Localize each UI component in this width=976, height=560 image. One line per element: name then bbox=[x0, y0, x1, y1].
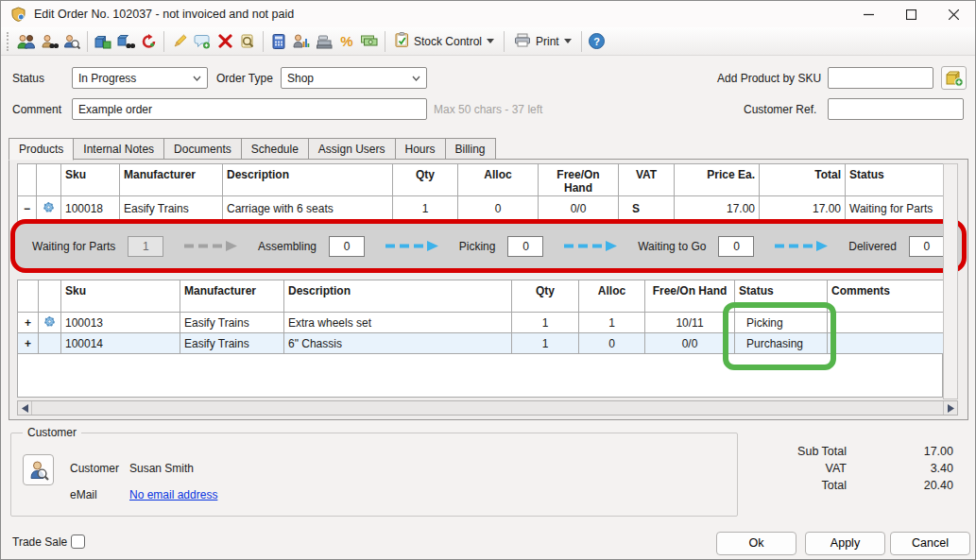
table-row[interactable]: + 100014 Easify Trains 6" Chassis 1 0 0/… bbox=[18, 333, 944, 354]
stage-count-input[interactable]: 0 bbox=[507, 236, 543, 257]
print-button[interactable]: Print bbox=[508, 30, 577, 53]
toolbar: % Stock Control Print ? bbox=[1, 27, 975, 56]
products-icon[interactable] bbox=[92, 30, 114, 53]
cell-description[interactable]: 6" Chassis bbox=[284, 333, 512, 354]
cell-qty[interactable]: 1 bbox=[512, 333, 579, 354]
cell-qty[interactable]: 1 bbox=[393, 195, 458, 221]
total-label: Total bbox=[738, 479, 847, 492]
cell-total[interactable]: 17.00 bbox=[760, 195, 846, 221]
add-comment-icon[interactable] bbox=[191, 30, 214, 53]
scroll-left-icon[interactable] bbox=[18, 401, 32, 415]
customer-group-label: Customer bbox=[23, 426, 81, 439]
find-product-icon[interactable] bbox=[114, 30, 137, 53]
customers-icon[interactable] bbox=[15, 30, 38, 53]
vat-value: 3.40 bbox=[847, 462, 953, 475]
cell-comments[interactable] bbox=[828, 313, 944, 333]
customer-search-icon[interactable] bbox=[60, 30, 83, 53]
tab-documents[interactable]: Documents bbox=[163, 138, 242, 160]
cell-qty[interactable]: 1 bbox=[512, 313, 579, 333]
discount-icon[interactable]: % bbox=[335, 30, 358, 53]
minimize-button[interactable] bbox=[848, 1, 890, 27]
email-label: eMail bbox=[70, 488, 97, 501]
cell-sku[interactable]: 100018 bbox=[61, 195, 120, 221]
workflow-stage: Picking 0 bbox=[459, 236, 544, 257]
gear-icon[interactable] bbox=[39, 313, 61, 333]
maximize-button[interactable] bbox=[890, 1, 933, 27]
horizontal-scrollbar[interactable] bbox=[17, 400, 958, 416]
workflow-stage: Waiting to Go 0 bbox=[638, 236, 754, 257]
till-icon[interactable] bbox=[313, 30, 335, 53]
expand-toggle[interactable]: + bbox=[18, 313, 39, 333]
stage-count-input[interactable]: 0 bbox=[909, 236, 945, 257]
col-description: Description bbox=[284, 280, 512, 313]
money-icon[interactable] bbox=[358, 30, 381, 53]
cell-alloc[interactable]: 1 bbox=[579, 313, 645, 333]
stage-count-input[interactable]: 0 bbox=[718, 236, 754, 257]
workflow-arrow-icon bbox=[775, 241, 828, 251]
collapse-toggle[interactable]: − bbox=[18, 195, 37, 221]
scroll-right-icon[interactable] bbox=[943, 401, 957, 415]
close-button[interactable] bbox=[933, 1, 975, 27]
find-customer-icon[interactable] bbox=[38, 30, 60, 53]
order-type-select[interactable]: Shop bbox=[281, 67, 427, 89]
cell-manufacturer[interactable]: Easify Trains bbox=[120, 195, 223, 221]
cell-status[interactable]: Picking bbox=[735, 313, 828, 333]
delete-icon[interactable] bbox=[214, 30, 236, 53]
cell-alloc[interactable]: 0 bbox=[579, 333, 645, 354]
tab-hours[interactable]: Hours bbox=[395, 138, 446, 160]
stage-count-input[interactable]: 1 bbox=[128, 236, 163, 257]
stage-count-input[interactable]: 0 bbox=[329, 236, 365, 257]
tab-internal-notes[interactable]: Internal Notes bbox=[73, 138, 164, 160]
stock-control-button[interactable]: Stock Control bbox=[389, 30, 500, 53]
cell-price-ea[interactable]: 17.00 bbox=[675, 195, 760, 221]
expand-toggle[interactable]: + bbox=[18, 333, 39, 354]
refresh-icon[interactable] bbox=[137, 30, 160, 53]
customer-ref-input[interactable] bbox=[828, 98, 964, 120]
trade-sale-checkbox[interactable] bbox=[71, 535, 85, 549]
tab-strip: Products Internal Notes Documents Schedu… bbox=[9, 138, 495, 161]
cell-description[interactable]: Carriage with 6 seats bbox=[223, 195, 393, 221]
cell-free-on-hand[interactable]: 10/11 bbox=[645, 313, 735, 333]
stock-control-label: Stock Control bbox=[414, 35, 482, 48]
cell-free-on-hand[interactable]: 0/0 bbox=[539, 195, 619, 221]
cell-description[interactable]: Extra wheels set bbox=[284, 313, 512, 333]
ok-button[interactable]: Ok bbox=[716, 532, 796, 555]
tab-schedule[interactable]: Schedule bbox=[241, 138, 309, 160]
edit-icon[interactable] bbox=[168, 30, 191, 53]
customer-stats-icon[interactable] bbox=[290, 30, 313, 53]
help-icon[interactable]: ? bbox=[586, 30, 608, 53]
gear-icon[interactable] bbox=[37, 195, 61, 221]
apply-button[interactable]: Apply bbox=[805, 532, 885, 555]
cell-sku[interactable]: 100014 bbox=[61, 333, 180, 354]
toolbar-grip[interactable] bbox=[7, 32, 9, 51]
workflow-arrow-icon bbox=[385, 241, 438, 251]
cell-manufacturer[interactable]: Easify Trains bbox=[180, 313, 284, 333]
email-link[interactable]: No email address bbox=[129, 488, 217, 501]
tab-assign-users[interactable]: Assign Users bbox=[308, 138, 396, 160]
col-qty: Qty bbox=[393, 164, 458, 196]
cell-manufacturer[interactable]: Easify Trains bbox=[180, 333, 284, 354]
stage-label: Picking bbox=[459, 240, 496, 253]
comment-input[interactable] bbox=[72, 98, 427, 120]
table-row[interactable]: + 100013 Easify Trains Extra wheels set … bbox=[18, 313, 944, 333]
calculator-icon[interactable] bbox=[267, 30, 290, 53]
stage-label: Assembling bbox=[258, 240, 317, 253]
find-customer-button[interactable] bbox=[23, 454, 54, 485]
status-select[interactable]: In Progress bbox=[72, 67, 208, 89]
cell-alloc[interactable]: 0 bbox=[458, 195, 539, 221]
add-product-button[interactable] bbox=[941, 66, 967, 90]
preview-icon[interactable] bbox=[236, 30, 259, 53]
cell-status[interactable]: Waiting for Parts bbox=[846, 195, 944, 221]
cell-vat[interactable]: S bbox=[619, 195, 675, 221]
tab-billing[interactable]: Billing bbox=[445, 138, 496, 160]
cell-sku[interactable]: 100013 bbox=[61, 313, 180, 333]
child-items-table: Sku Manufacturer Description Qty Alloc F… bbox=[17, 280, 944, 354]
table-row[interactable]: − 100018 Easify Trains Carriage with 6 s… bbox=[18, 195, 944, 221]
cell-status[interactable]: Purchasing bbox=[735, 333, 828, 354]
cancel-button[interactable]: Cancel bbox=[890, 532, 970, 555]
vertical-scrollbar[interactable] bbox=[943, 163, 958, 399]
tab-products[interactable]: Products bbox=[9, 138, 74, 161]
cell-comments[interactable] bbox=[828, 333, 944, 354]
add-sku-input[interactable] bbox=[828, 67, 933, 89]
cell-free-on-hand[interactable]: 0/0 bbox=[645, 333, 735, 354]
